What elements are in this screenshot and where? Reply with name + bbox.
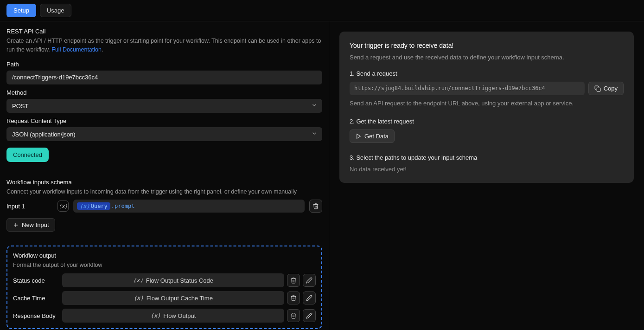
output-label: Cache Time xyxy=(13,295,59,302)
svg-rect-2 xyxy=(597,88,600,91)
output-value-text: Flow Output Cache Time xyxy=(147,295,213,302)
guide-title: Your trigger is ready to receive data! xyxy=(350,42,624,49)
variable-icon[interactable]: (x) xyxy=(57,201,69,212)
get-data-label: Get Data xyxy=(364,133,389,140)
edit-output-button[interactable] xyxy=(303,274,316,287)
copy-button[interactable]: Copy xyxy=(588,82,624,95)
output-row: Response Body (x)Flow Output xyxy=(13,309,316,323)
output-label: Status code xyxy=(13,277,59,284)
expression-input[interactable]: (x)Query .prompt xyxy=(73,200,305,213)
config-panel: REST API Call Create an API / HTTP endpo… xyxy=(0,21,329,330)
token-label: Query xyxy=(91,203,108,209)
output-row: Cache Time (x)Flow Output Cache Time xyxy=(13,291,316,305)
variable-icon: (x) xyxy=(151,312,161,319)
variable-icon: (x) xyxy=(134,295,144,301)
content-type-select[interactable]: JSON (application/json) xyxy=(6,127,322,141)
delete-output-button[interactable] xyxy=(287,309,300,322)
copy-label: Copy xyxy=(604,85,618,92)
output-value[interactable]: (x)Flow Output Cache Time xyxy=(62,291,284,305)
input-row: Input 1 (x) (x)Query .prompt xyxy=(6,200,322,213)
guide-card: Your trigger is ready to receive data! S… xyxy=(339,32,634,183)
output-value-text: Flow Output xyxy=(163,312,196,319)
schema-desc: Connect your workflow inputs to incoming… xyxy=(6,188,322,196)
edit-output-button[interactable] xyxy=(303,291,316,304)
output-value[interactable]: (x)Flow Output Status Code xyxy=(62,273,284,287)
tab-bar: Setup Usage xyxy=(0,0,644,21)
output-title: Workflow output xyxy=(13,252,316,259)
delete-output-button[interactable] xyxy=(287,291,300,304)
documentation-link[interactable]: Full Documentation xyxy=(51,46,102,53)
delete-output-button[interactable] xyxy=(287,274,300,287)
step-3-title: 3. Select the paths to update your input… xyxy=(350,154,624,161)
connected-badge: Connected xyxy=(6,148,49,162)
output-desc: Format the output of your workflow xyxy=(13,261,316,270)
new-input-button[interactable]: New Input xyxy=(6,218,55,232)
get-data-button[interactable]: Get Data xyxy=(350,129,395,143)
step-1-title: 1. Send a request xyxy=(350,70,624,77)
guide-desc: Send a request and use the received data… xyxy=(350,54,624,61)
step-1-note: Send an API request to the endpoint URL … xyxy=(350,100,624,107)
delete-input-button[interactable] xyxy=(309,200,322,213)
input-1-label: Input 1 xyxy=(6,203,53,210)
method-label: Method xyxy=(6,89,322,96)
no-data-text: No data received yet! xyxy=(350,166,624,173)
output-value-text: Flow Output Status Code xyxy=(146,277,213,284)
path-label: Path xyxy=(6,61,322,68)
schema-title: Workflow inputs schema xyxy=(6,179,322,186)
edit-output-button[interactable] xyxy=(303,309,316,322)
tab-setup[interactable]: Setup xyxy=(6,4,36,17)
tab-usage[interactable]: Usage xyxy=(40,4,71,17)
expr-suffix: .prompt xyxy=(111,203,135,209)
guide-panel: Your trigger is ready to receive data! S… xyxy=(329,21,644,330)
output-label: Response Body xyxy=(13,312,59,319)
output-block: Workflow output Format the output of you… xyxy=(6,246,322,329)
endpoint-url[interactable]: https://sjug84.buildship.run/connectTrig… xyxy=(350,82,585,95)
method-select[interactable]: POST xyxy=(6,99,322,113)
step-2-title: 2. Get the latest request xyxy=(350,118,624,125)
api-desc: Create an API / HTTP endpoint as the tri… xyxy=(6,37,322,54)
path-input[interactable] xyxy=(6,71,322,84)
output-row: Status code (x)Flow Output Status Code xyxy=(13,273,316,287)
query-token: (x)Query xyxy=(77,202,110,210)
variable-icon: (x) xyxy=(133,277,143,284)
period: . xyxy=(102,46,103,53)
content-type-label: Request Content Type xyxy=(6,117,322,124)
output-value[interactable]: (x)Flow Output xyxy=(62,309,284,323)
api-title: REST API Call xyxy=(6,28,322,35)
svg-marker-3 xyxy=(357,134,361,139)
new-input-label: New Input xyxy=(22,221,49,228)
